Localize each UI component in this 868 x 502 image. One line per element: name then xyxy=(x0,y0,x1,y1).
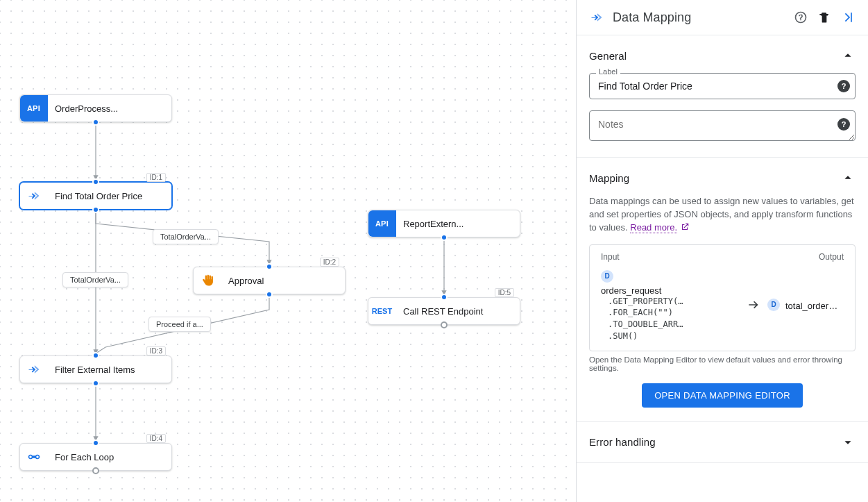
node-order-process[interactable]: API OrderProcess... xyxy=(19,94,172,122)
label-input[interactable] xyxy=(589,73,856,99)
port-bottom[interactable] xyxy=(266,291,273,298)
port-bottom[interactable] xyxy=(92,206,99,213)
data-mapping-icon xyxy=(20,183,48,209)
mapping-output: D total_order… xyxy=(767,299,844,314)
help-icon[interactable] xyxy=(793,10,808,25)
output-header: Output xyxy=(722,252,844,262)
label-field: Label ? xyxy=(589,73,856,99)
node-label: For Each Loop xyxy=(48,444,171,470)
node-id-tag: ID:5 xyxy=(495,288,514,297)
port-bottom[interactable] xyxy=(441,321,448,328)
node-label: Filter External Items xyxy=(48,356,171,383)
node-label: OrderProcess... xyxy=(48,95,171,122)
section-general-title: General xyxy=(589,50,627,62)
mapping-input: D orders_request .GET_PROPERTY(… .FOR_EA… xyxy=(601,270,740,342)
port-bottom[interactable] xyxy=(92,380,99,387)
section-mapping: Mapping Data mappings can be used to ass… xyxy=(577,158,868,422)
section-general: General Label ? ? xyxy=(577,35,868,158)
chevron-down-icon xyxy=(840,435,856,450)
port-top[interactable] xyxy=(92,352,99,359)
label-field-label: Label xyxy=(596,67,620,76)
node-label: Find Total Order Price xyxy=(48,183,171,209)
node-id-tag: ID:1 xyxy=(146,173,166,182)
edge-label-proceed[interactable]: Proceed if a... xyxy=(148,317,211,332)
port-bottom[interactable] xyxy=(441,234,448,241)
node-label: Approval xyxy=(221,267,345,294)
mapping-description: Data mappings can be used to assign new … xyxy=(589,195,856,235)
data-mapping-icon xyxy=(20,356,48,383)
notes-input[interactable] xyxy=(589,110,856,141)
section-mapping-title: Mapping xyxy=(589,172,629,184)
mapping-table[interactable]: Input Output D orders_request .GET_PROPE… xyxy=(589,244,856,351)
port-top[interactable] xyxy=(441,294,448,301)
api-icon: API xyxy=(368,210,396,237)
port-top[interactable] xyxy=(92,440,99,446)
node-id-tag: ID:4 xyxy=(146,434,166,443)
node-label: ReportExtern... xyxy=(396,210,520,237)
arrow-right-icon xyxy=(747,298,760,314)
properties-panel: Data Mapping General Label ? ? xyxy=(577,0,868,502)
edges-layer xyxy=(0,0,576,502)
notes-field: ? xyxy=(589,110,856,143)
node-approval[interactable]: Approval ID:2 xyxy=(193,267,346,294)
variable-badge: D xyxy=(601,270,613,283)
port-top[interactable] xyxy=(92,178,99,185)
node-filter-external-items[interactable]: Filter External Items ID:3 xyxy=(19,355,172,383)
panel-title: Data Mapping xyxy=(613,10,785,25)
node-id-tag: ID:3 xyxy=(146,346,166,355)
field-help-icon[interactable]: ? xyxy=(837,80,850,92)
node-label: Call REST Endpoint xyxy=(396,298,520,324)
edge-label-approval-branch[interactable]: TotalOrderVa... xyxy=(153,229,219,244)
section-error-handling-title: Error handling xyxy=(589,436,656,448)
node-id-tag: ID:2 xyxy=(320,258,339,267)
open-data-mapping-editor-button[interactable]: OPEN DATA MAPPING EDITOR xyxy=(642,383,803,408)
flow-canvas[interactable]: API OrderProcess... Find Total Order Pri… xyxy=(0,0,577,502)
section-error-handling: Error handling xyxy=(577,422,868,463)
edge-label-direct-branch[interactable]: TotalOrderVa... xyxy=(62,272,128,287)
chevron-up-icon xyxy=(840,170,856,185)
port-bottom[interactable] xyxy=(92,119,99,126)
collapse-panel-icon[interactable] xyxy=(840,10,856,25)
node-find-total-order-price[interactable]: Find Total Order Price ID:1 xyxy=(19,182,172,210)
node-for-each-loop[interactable]: For Each Loop ID:4 xyxy=(19,443,172,471)
external-link-icon xyxy=(680,222,690,232)
hand-icon xyxy=(194,267,221,294)
section-mapping-header[interactable]: Mapping xyxy=(589,170,856,185)
node-report-extern[interactable]: API ReportExtern... xyxy=(368,210,520,237)
node-call-rest-endpoint[interactable]: REST Call REST Endpoint ID:5 xyxy=(368,297,520,325)
field-help-icon[interactable]: ? xyxy=(837,118,850,131)
chevron-up-icon xyxy=(840,48,856,63)
input-variable-name: orders_request xyxy=(601,285,740,296)
loop-icon xyxy=(20,444,48,470)
mapping-caption: Open the Data Mapping Editor to view def… xyxy=(589,355,856,372)
section-general-header[interactable]: General xyxy=(589,48,856,63)
port-bottom[interactable] xyxy=(92,467,99,474)
variable-badge: D xyxy=(767,299,780,311)
rest-icon: REST xyxy=(368,298,396,324)
read-more-link[interactable]: Read more. xyxy=(630,222,677,233)
port-top[interactable] xyxy=(266,263,273,270)
api-icon: API xyxy=(20,95,48,122)
section-error-handling-header[interactable]: Error handling xyxy=(589,435,856,450)
delete-icon[interactable] xyxy=(817,10,832,25)
panel-header: Data Mapping xyxy=(577,0,868,35)
data-mapping-icon xyxy=(589,10,604,25)
output-variable-name: total_order… xyxy=(785,301,837,311)
input-header: Input xyxy=(601,252,722,262)
